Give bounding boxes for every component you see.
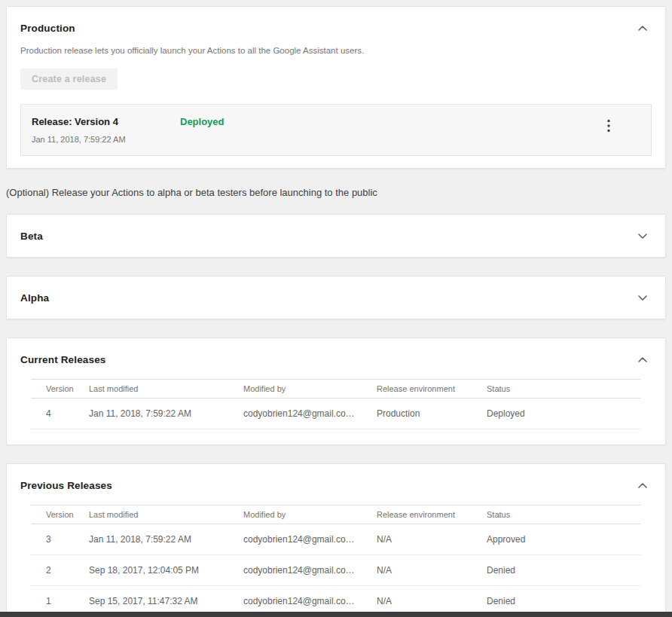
release-environment-cell: N/A xyxy=(377,524,487,555)
releases-page: Production Production release lets you o… xyxy=(0,0,672,617)
previous-releases-card: Previous Releases Version Last modified … xyxy=(6,463,666,617)
previous-releases-header[interactable]: Previous Releases xyxy=(7,464,665,505)
header-status: Status xyxy=(487,506,641,524)
previous-releases-table: Version Last modified Modified by Releas… xyxy=(31,505,641,617)
modified-by-cell: codyobrien124@gmail.co… xyxy=(243,524,377,555)
optional-note: (Optional) Release your Actions to alpha… xyxy=(6,187,666,198)
table-row: 2 Sep 18, 2017, 12:04:05 PM codyobrien12… xyxy=(31,555,641,586)
release-title: Release: Version 4 xyxy=(32,116,180,127)
release-row: Release: Version 4 Deployed Jan 11, 2018… xyxy=(20,104,652,156)
bottom-bar xyxy=(0,612,672,617)
release-environment-cell: Production xyxy=(377,399,487,429)
status-cell: Deployed xyxy=(487,399,641,429)
release-info: Release: Version 4 Deployed Jan 11, 2018… xyxy=(32,116,601,144)
table-row: 4 Jan 11, 2018, 7:59:22 AM codyobrien124… xyxy=(31,399,641,429)
table-header-row: Version Last modified Modified by Releas… xyxy=(31,380,641,399)
more-vert-icon[interactable] xyxy=(601,118,616,134)
chevron-up-icon[interactable] xyxy=(634,478,652,493)
version-cell: 3 xyxy=(31,524,89,555)
last-modified-cell: Jan 11, 2018, 7:59:22 AM xyxy=(89,524,243,555)
production-description: Production release lets you officially l… xyxy=(20,45,652,56)
header-last-modified: Last modified xyxy=(89,380,243,399)
current-releases-table-wrap: Version Last modified Modified by Releas… xyxy=(31,379,641,444)
last-modified-cell: Sep 18, 2017, 12:04:05 PM xyxy=(89,555,243,586)
production-card: Production Production release lets you o… xyxy=(6,6,666,169)
release-status-badge: Deployed xyxy=(180,116,225,127)
alpha-card: Alpha xyxy=(6,276,666,319)
beta-header[interactable]: Beta xyxy=(7,215,665,257)
alpha-title: Alpha xyxy=(20,292,49,304)
current-releases-card: Current Releases Version Last modified M… xyxy=(6,338,666,445)
version-cell: 2 xyxy=(31,555,89,586)
table-header-row: Version Last modified Modified by Releas… xyxy=(31,506,641,524)
modified-by-cell: codyobrien124@gmail.co… xyxy=(243,399,377,429)
previous-releases-table-wrap: Version Last modified Modified by Releas… xyxy=(31,505,641,617)
chevron-up-icon[interactable] xyxy=(634,352,652,367)
production-title: Production xyxy=(20,23,75,34)
previous-releases-title: Previous Releases xyxy=(20,480,112,491)
last-modified-cell: Jan 11, 2018, 7:59:22 AM xyxy=(89,399,243,429)
header-version: Version xyxy=(31,506,89,524)
header-modified-by: Modified by xyxy=(243,380,377,399)
alpha-header[interactable]: Alpha xyxy=(7,276,665,319)
current-releases-title: Current Releases xyxy=(20,354,105,365)
header-last-modified: Last modified xyxy=(89,506,243,524)
release-date: Jan 11, 2018, 7:59:22 AM xyxy=(32,135,601,144)
header-version: Version xyxy=(31,380,89,399)
header-release-environment: Release environment xyxy=(377,380,487,399)
release-line: Release: Version 4 Deployed xyxy=(32,116,601,127)
beta-title: Beta xyxy=(20,231,43,242)
header-status: Status xyxy=(487,380,641,399)
chevron-down-icon[interactable] xyxy=(634,228,652,243)
version-cell: 4 xyxy=(31,399,89,429)
current-releases-table: Version Last modified Modified by Releas… xyxy=(31,379,641,429)
chevron-down-icon[interactable] xyxy=(634,290,652,305)
create-release-button[interactable]: Create a release xyxy=(20,69,118,90)
chevron-up-icon[interactable] xyxy=(634,20,652,35)
header-release-environment: Release environment xyxy=(377,506,487,524)
header-modified-by: Modified by xyxy=(243,506,377,524)
release-environment-cell: N/A xyxy=(377,555,487,586)
current-releases-header[interactable]: Current Releases xyxy=(7,338,665,379)
modified-by-cell: codyobrien124@gmail.co… xyxy=(243,555,377,586)
table-row: 3 Jan 11, 2018, 7:59:22 AM codyobrien124… xyxy=(31,524,641,555)
beta-card: Beta xyxy=(6,214,666,258)
status-cell: Approved xyxy=(487,524,641,555)
status-cell: Denied xyxy=(487,555,641,586)
production-header[interactable]: Production xyxy=(7,7,665,35)
